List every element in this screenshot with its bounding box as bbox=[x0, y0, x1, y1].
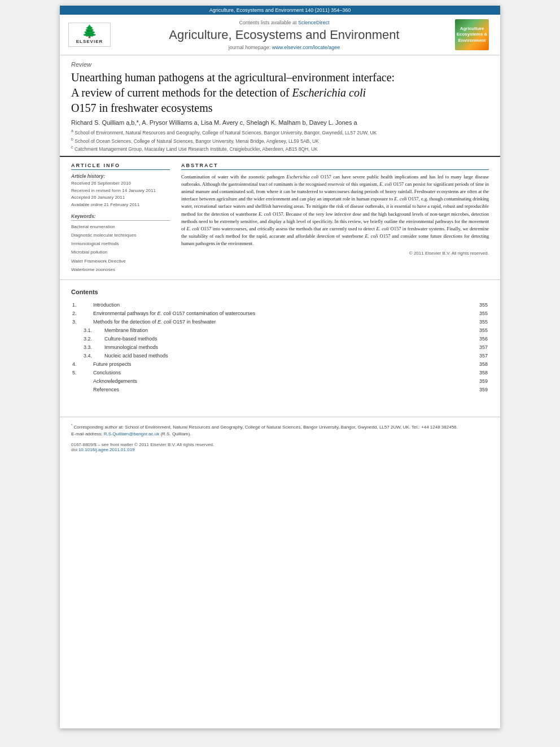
available-date: Available online 21 February 2011 bbox=[71, 202, 170, 209]
journal-page: Agriculture, Ecosystems and Environment … bbox=[60, 6, 500, 728]
article-info-column: ARTICLE INFO Article history: Received 2… bbox=[71, 163, 170, 274]
doi-link[interactable]: 10.1016/j.agee.2011.01.019 bbox=[78, 447, 135, 452]
keyword-6: Waterborne zoonoses bbox=[71, 265, 170, 274]
list-item: 3.4. Nucleic acid based methods 357 bbox=[72, 352, 488, 359]
affil-a: School of Environment, Natural Resources… bbox=[75, 130, 377, 136]
journal-url[interactable]: www.elsevier.com/locate/agee bbox=[272, 45, 340, 50]
contents-table: 1. Introduction 355 2. Environmental pat… bbox=[71, 300, 489, 394]
two-column-section: ARTICLE INFO Article history: Received 2… bbox=[60, 157, 500, 280]
article-title: Unearthing human pathogens at the agricu… bbox=[71, 70, 489, 116]
list-item: References 359 bbox=[72, 386, 488, 393]
corresponding-text: Corresponding author at: School of Envir… bbox=[74, 425, 458, 430]
issn-section: 0167-8809/$ – see front matter © 2011 El… bbox=[71, 442, 489, 452]
keyword-1: Bacterial enumeration bbox=[71, 222, 170, 231]
footer-section: * Corresponding author at: School of Env… bbox=[60, 417, 500, 458]
copyright-notice: © 2011 Elsevier B.V. All rights reserved… bbox=[181, 251, 489, 256]
journal-icon-area: AgricultureEcosystems &Environment bbox=[455, 19, 492, 50]
elsevier-logo-box: 🌲 ELSEVIER bbox=[68, 23, 111, 47]
journal-homepage: journal homepage: www.elsevier.com/locat… bbox=[113, 45, 455, 50]
article-header: Review Unearthing human pathogens at the… bbox=[60, 55, 500, 157]
journal-citation: Agriculture, Ecosystems and Environment … bbox=[209, 7, 351, 13]
article-info-header: ARTICLE INFO bbox=[71, 163, 170, 170]
email-author-name: (R.S. Quilliam). bbox=[160, 431, 191, 436]
list-item: 2. Environmental pathways for E. coli O1… bbox=[72, 309, 488, 317]
keyword-5: Water Framework Directive bbox=[71, 257, 170, 265]
elsevier-tree-icon: 🌲 bbox=[71, 25, 108, 38]
authors-list: Richard S. Quilliam a,b,*, A. Prysor Wil… bbox=[71, 119, 489, 126]
affil-b: School of Ocean Sciences, College of Nat… bbox=[75, 138, 318, 143]
title-italic: Escherichia coli bbox=[292, 86, 366, 99]
contents-section: Contents 1. Introduction 355 2. Environm… bbox=[60, 280, 500, 400]
received-date2: Received in revised form 14 January 2011 bbox=[71, 187, 170, 195]
journal-icon-image: AgricultureEcosystems &Environment bbox=[455, 19, 489, 50]
journal-name: Agriculture, Ecosystems and Environment bbox=[113, 28, 455, 42]
keyword-4: Microbial pollution bbox=[71, 248, 170, 256]
section-type-label: Review bbox=[71, 61, 489, 68]
keywords-header: Keywords: bbox=[71, 213, 170, 221]
affiliations: a School of Environment, Natural Resourc… bbox=[71, 128, 489, 153]
list-item: 3. Methods for the detection of E. coli … bbox=[72, 318, 488, 325]
accepted-date: Accepted 26 January 2011 bbox=[71, 194, 170, 202]
affil-c: Catchment Management Group, Macaulay Lan… bbox=[75, 146, 318, 152]
contents-title: Contents bbox=[71, 289, 489, 295]
elsevier-brand-text: ELSEVIER bbox=[71, 39, 108, 44]
title-line3: O157 in freshwater ecosystems bbox=[71, 102, 213, 114]
received-date1: Received 26 September 2010 bbox=[71, 180, 170, 187]
doi-text: doi:10.1016/j.agee.2011.01.019 bbox=[71, 447, 489, 452]
list-item: Acknowledgements 359 bbox=[72, 377, 488, 385]
elsevier-logo-area: 🌲 ELSEVIER bbox=[68, 23, 113, 47]
keywords-section: Keywords: Bacterial enumeration Diagnost… bbox=[71, 213, 170, 274]
list-item: 5. Conclusions 358 bbox=[72, 369, 488, 376]
journal-header: 🌲 ELSEVIER Contents lists available at S… bbox=[60, 15, 500, 55]
keyword-2: Diagnostic molecular techniques bbox=[71, 231, 170, 239]
list-item: 1. Introduction 355 bbox=[72, 301, 488, 308]
title-line2: A review of current methods for the dete… bbox=[71, 86, 292, 99]
journal-banner: Agriculture, Ecosystems and Environment … bbox=[60, 6, 500, 15]
abstract-column: ABSTRACT Contamination of water with the… bbox=[181, 163, 489, 274]
corresponding-author-note: * Corresponding author at: School of Env… bbox=[71, 423, 489, 438]
title-line1: Unearthing human pathogens at the agricu… bbox=[71, 71, 395, 84]
journal-title-center: Contents lists available at ScienceDirec… bbox=[113, 20, 455, 50]
list-item: 3.1. Membrane filtration 355 bbox=[72, 326, 488, 334]
keyword-3: Immunological methods bbox=[71, 239, 170, 248]
science-direct-anchor[interactable]: ScienceDirect bbox=[298, 20, 330, 25]
list-item: 4. Future prospects 358 bbox=[72, 360, 488, 368]
science-direct-link[interactable]: Contents lists available at ScienceDirec… bbox=[113, 20, 455, 25]
email-link[interactable]: R.S.Quilliam@bangor.ac.uk bbox=[104, 431, 159, 436]
email-label: E-mail address: bbox=[71, 431, 103, 436]
history-label: Article history: bbox=[71, 173, 170, 179]
abstract-header: ABSTRACT bbox=[181, 163, 489, 170]
abstract-text: Contamination of water with the zoonotic… bbox=[181, 173, 489, 248]
issn-text: 0167-8809/$ – see front matter © 2011 El… bbox=[71, 442, 489, 447]
list-item: 3.2. Culture-based methods 356 bbox=[72, 335, 488, 342]
list-item: 3.3. Immunological methods 357 bbox=[72, 343, 488, 351]
